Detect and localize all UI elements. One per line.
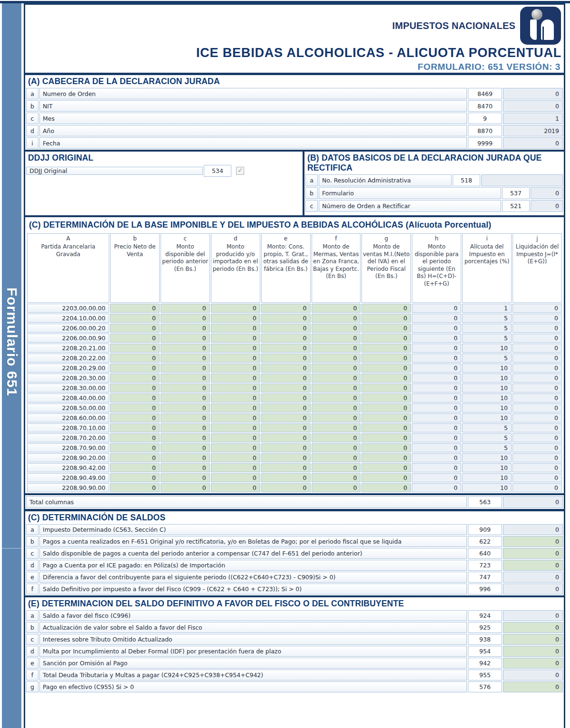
amount-cell[interactable]: 0	[110, 324, 160, 333]
amount-cell[interactable]: 0	[261, 344, 311, 353]
amount-cell[interactable]: 0	[261, 324, 311, 333]
amount-cell[interactable]: 0	[161, 364, 210, 373]
amount-cell[interactable]: 0	[211, 324, 260, 333]
amount-cell[interactable]: 0	[312, 413, 361, 422]
amount-cell[interactable]: 0	[110, 304, 160, 313]
amount-cell[interactable]: 0	[361, 463, 411, 472]
amount-cell[interactable]: 0	[312, 453, 361, 462]
field-value[interactable]: 0	[503, 560, 563, 571]
amount-cell[interactable]: 0	[361, 344, 411, 353]
amount-cell[interactable]: 0	[161, 383, 210, 393]
amount-cell[interactable]: 0	[312, 314, 361, 323]
amount-cell[interactable]: 0	[312, 364, 361, 373]
amount-cell[interactable]: 0	[161, 463, 210, 472]
amount-cell[interactable]: 0	[361, 473, 411, 482]
amount-cell[interactable]: 0	[211, 364, 260, 373]
amount-cell[interactable]: 0	[312, 463, 361, 472]
amount-cell[interactable]: 0	[110, 383, 160, 393]
amount-cell[interactable]: 0	[161, 483, 210, 492]
amount-cell[interactable]: 0	[161, 314, 210, 323]
amount-cell[interactable]: 0	[361, 413, 411, 422]
amount-cell[interactable]: 0	[211, 344, 260, 353]
amount-cell[interactable]: 0	[161, 443, 210, 452]
amount-cell[interactable]: 0	[312, 334, 361, 343]
amount-cell[interactable]: 0	[261, 403, 311, 412]
amount-cell[interactable]: 0	[312, 433, 361, 442]
field-value[interactable]: 0	[503, 681, 563, 692]
amount-cell[interactable]: 0	[361, 304, 411, 313]
amount-cell[interactable]: 0	[110, 354, 160, 363]
amount-cell[interactable]: 0	[211, 383, 260, 393]
amount-cell[interactable]: 0	[211, 374, 260, 383]
amount-cell[interactable]: 0	[312, 443, 361, 452]
amount-cell[interactable]: 0	[361, 443, 411, 452]
amount-cell[interactable]: 0	[110, 433, 160, 442]
amount-cell[interactable]: 0	[211, 403, 260, 412]
amount-cell[interactable]: 0	[211, 463, 260, 472]
amount-cell[interactable]: 0	[361, 364, 411, 373]
amount-cell[interactable]: 0	[211, 473, 260, 482]
amount-cell[interactable]: 0	[261, 304, 311, 313]
amount-cell[interactable]: 0	[110, 483, 160, 492]
amount-cell[interactable]: 0	[161, 344, 210, 353]
amount-cell[interactable]: 0	[110, 334, 160, 343]
amount-cell[interactable]: 0	[161, 413, 210, 422]
amount-cell[interactable]: 0	[361, 423, 411, 432]
amount-cell[interactable]: 0	[261, 433, 311, 442]
amount-cell[interactable]: 0	[312, 324, 361, 333]
amount-cell[interactable]: 0	[312, 383, 361, 393]
amount-cell[interactable]: 0	[361, 354, 411, 363]
amount-cell[interactable]: 0	[110, 473, 160, 482]
amount-cell[interactable]: 0	[110, 314, 160, 323]
amount-cell[interactable]: 0	[110, 463, 160, 472]
ddjj-original-checkbox[interactable]: ✓	[236, 167, 244, 175]
amount-cell[interactable]: 0	[161, 473, 210, 482]
field-value[interactable]: 0	[503, 622, 563, 633]
amount-cell[interactable]: 0	[361, 334, 411, 343]
amount-cell[interactable]: 0	[361, 393, 411, 402]
amount-cell[interactable]: 0	[261, 443, 311, 452]
amount-cell[interactable]: 0	[161, 433, 210, 442]
amount-cell[interactable]: 0	[161, 403, 210, 412]
amount-cell[interactable]: 0	[211, 314, 260, 323]
amount-cell[interactable]: 0	[261, 463, 311, 472]
amount-cell[interactable]: 0	[110, 374, 160, 383]
amount-cell[interactable]: 0	[312, 483, 361, 492]
amount-cell[interactable]: 0	[211, 413, 260, 422]
amount-cell[interactable]: 0	[261, 483, 311, 492]
amount-cell[interactable]: 0	[261, 354, 311, 363]
amount-cell[interactable]: 0	[110, 413, 160, 422]
amount-cell[interactable]: 0	[312, 393, 361, 402]
amount-cell[interactable]: 0	[361, 453, 411, 462]
amount-cell[interactable]: 0	[161, 334, 210, 343]
field-value[interactable]: 0	[503, 658, 563, 669]
amount-cell[interactable]: 0	[261, 413, 311, 422]
amount-cell[interactable]: 0	[110, 393, 160, 402]
amount-cell[interactable]: 0	[261, 453, 311, 462]
amount-cell[interactable]: 0	[110, 443, 160, 452]
amount-cell[interactable]: 0	[161, 393, 210, 402]
amount-cell[interactable]: 0	[161, 304, 210, 313]
amount-cell[interactable]: 0	[110, 364, 160, 373]
amount-cell[interactable]: 0	[211, 483, 260, 492]
amount-cell[interactable]: 0	[361, 314, 411, 323]
amount-cell[interactable]: 0	[110, 344, 160, 353]
field-value[interactable]: 0	[503, 536, 563, 547]
amount-cell[interactable]: 0	[361, 433, 411, 442]
amount-cell[interactable]: 0	[211, 304, 260, 313]
field-value[interactable]: 0	[503, 634, 563, 645]
amount-cell[interactable]: 0	[161, 354, 210, 363]
amount-cell[interactable]: 0	[211, 443, 260, 452]
amount-cell[interactable]: 0	[211, 393, 260, 402]
amount-cell[interactable]: 0	[261, 334, 311, 343]
amount-cell[interactable]: 0	[110, 403, 160, 412]
amount-cell[interactable]: 0	[211, 433, 260, 442]
amount-cell[interactable]: 0	[211, 453, 260, 462]
amount-cell[interactable]: 0	[261, 383, 311, 393]
amount-cell[interactable]: 0	[261, 393, 311, 402]
amount-cell[interactable]: 0	[161, 374, 210, 383]
amount-cell[interactable]: 0	[361, 383, 411, 393]
amount-cell[interactable]: 0	[361, 483, 411, 492]
amount-cell[interactable]: 0	[211, 354, 260, 363]
amount-cell[interactable]: 0	[361, 324, 411, 333]
